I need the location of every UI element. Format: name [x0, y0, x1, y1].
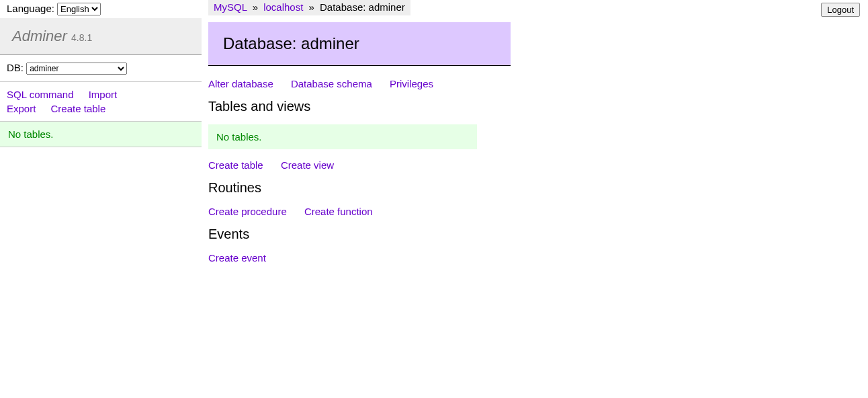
logout-form: [821, 3, 860, 17]
routines-action-links: Create procedure Create function: [208, 206, 855, 217]
db-select[interactable]: adminer: [26, 63, 127, 75]
app-version: 4.8.1: [71, 32, 92, 43]
events-heading: Events: [208, 227, 855, 242]
link-alter-database[interactable]: Alter database: [208, 78, 273, 89]
breadcrumb-separator: »: [309, 1, 314, 13]
main-content: MySQL » localhost » Database: adminer Da…: [208, 0, 868, 286]
link-create-function[interactable]: Create function: [304, 206, 373, 217]
db-row: DB: adminer: [0, 55, 202, 82]
app-title: Adminer 4.8.1: [0, 18, 202, 55]
page-title: Database: adminer: [208, 22, 511, 66]
link-create-table-main[interactable]: Create table: [208, 159, 263, 171]
db-action-links: Alter database Database schema Privilege…: [208, 78, 855, 89]
breadcrumb-host[interactable]: localhost: [263, 1, 303, 13]
link-sql-command[interactable]: SQL command: [7, 87, 74, 102]
tables-heading: Tables and views: [208, 99, 855, 114]
language-row: Language: English: [0, 0, 202, 18]
link-import[interactable]: Import: [89, 87, 118, 102]
sidebar-links: SQL command Import Export Create table: [0, 82, 202, 122]
link-privileges[interactable]: Privileges: [390, 78, 433, 89]
link-create-procedure[interactable]: Create procedure: [208, 206, 287, 217]
link-export[interactable]: Export: [7, 102, 36, 116]
breadcrumb-current: Database: adminer: [320, 1, 405, 13]
tables-action-links: Create table Create view: [208, 159, 855, 171]
no-tables-message: No tables.: [208, 124, 477, 149]
link-database-schema[interactable]: Database schema: [291, 78, 372, 89]
logout-button[interactable]: [821, 3, 860, 17]
language-select[interactable]: English: [57, 3, 101, 15]
breadcrumb: MySQL » localhost » Database: adminer: [208, 0, 410, 15]
breadcrumb-separator: »: [253, 1, 258, 13]
app-name: Adminer: [12, 28, 67, 44]
language-label: Language:: [7, 3, 54, 14]
sidebar-no-tables: No tables.: [0, 122, 202, 147]
db-label: DB:: [7, 62, 24, 73]
events-action-links: Create event: [208, 252, 855, 264]
link-create-event[interactable]: Create event: [208, 252, 266, 264]
breadcrumb-server-type[interactable]: MySQL: [214, 1, 247, 13]
sidebar: Language: English Adminer 4.8.1 DB: admi…: [0, 0, 202, 147]
link-create-table[interactable]: Create table: [51, 102, 106, 116]
routines-heading: Routines: [208, 180, 855, 196]
link-create-view[interactable]: Create view: [281, 159, 334, 171]
